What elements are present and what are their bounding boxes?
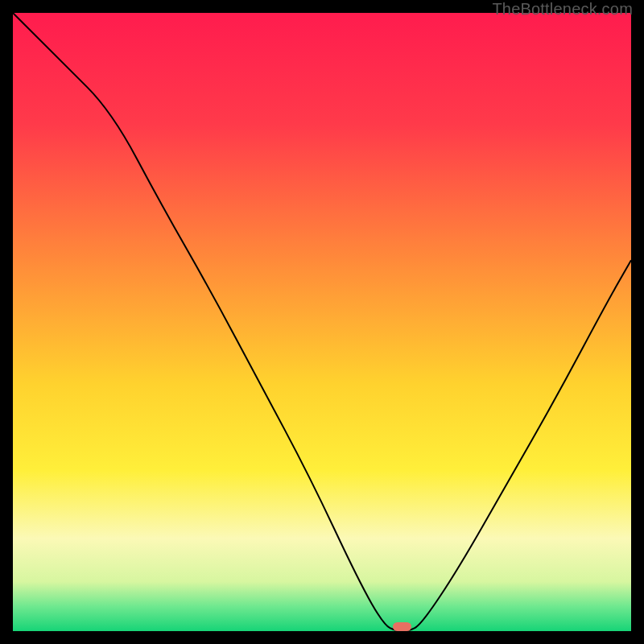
chart-plot-area xyxy=(13,13,631,631)
bottleneck-curve-path xyxy=(13,13,631,631)
chart-stage: TheBottleneck.com xyxy=(0,0,644,644)
bottleneck-curve xyxy=(13,13,631,631)
watermark-text: TheBottleneck.com xyxy=(492,0,633,19)
sweet-spot-marker xyxy=(393,622,411,631)
